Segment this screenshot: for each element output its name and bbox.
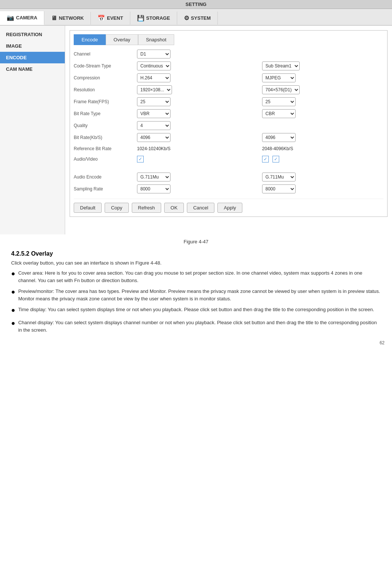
frame-rate-row: Frame Rate(FPS) 25 25 (74, 97, 383, 106)
nav-item-camera[interactable]: 📷 CAMERA (0, 11, 44, 25)
audio-checkbox-sub2[interactable]: ✓ (273, 156, 279, 162)
audio-encode-select[interactable]: G.711Mu (137, 173, 170, 181)
bit-rate-kbs-control[interactable]: 4096 (137, 133, 258, 142)
bit-rate-kbs-label: Bit Rate(Kb/S) (74, 133, 133, 142)
quality-row: Quality 4 (74, 121, 383, 130)
bullet-icon-3: ● (11, 305, 15, 315)
frame-rate-sub-control[interactable]: 25 (262, 97, 383, 106)
form-divider-1 (74, 166, 383, 170)
button-bar: Default Copy Refresh OK Cancel Apply (74, 199, 383, 213)
audio-encode-sub-select[interactable]: G.711Mu (262, 173, 296, 181)
event-icon: 📅 (98, 15, 105, 22)
frame-rate-select[interactable]: 25 (137, 97, 170, 106)
copy-button[interactable]: Copy (105, 203, 128, 213)
resolution-select[interactable]: 1920×108... (137, 85, 172, 94)
quality-select[interactable]: 4 (137, 121, 170, 130)
body-section: 4.2.5.2 Overlay Click overlay button, yo… (0, 250, 392, 334)
cancel-button[interactable]: Cancel (187, 203, 214, 213)
bullet-list: ● Cover area: Here is for you to cover a… (11, 269, 381, 334)
nav-item-storage[interactable]: 💾 STORAGE (130, 12, 177, 25)
resolution-row: Resolution 1920×108... 704×576(D1) (74, 85, 383, 94)
channel-label: Channel (74, 50, 133, 59)
section-heading: 4.2.5.2 Overlay (11, 250, 381, 257)
sampling-rate-sub-select[interactable]: 8000 (262, 184, 296, 193)
sidebar-item-image[interactable]: IMAGE (0, 40, 65, 52)
compression-label: Compression (74, 73, 133, 82)
nav-item-system[interactable]: ⚙ SYSTEM (177, 12, 218, 25)
nav-label-event: EVENT (107, 15, 123, 21)
bit-rate-type-select[interactable]: VBR (137, 109, 170, 118)
channel-control[interactable]: D1 (137, 50, 258, 59)
sampling-rate-select[interactable]: 8000 (137, 184, 170, 193)
list-item: ● Preview/monitor: The cover area has tw… (11, 288, 381, 302)
bullet-icon-1: ● (11, 269, 15, 279)
nav-item-event[interactable]: 📅 EVENT (91, 12, 130, 25)
channel-row: Channel D1 (74, 50, 383, 59)
code-stream-select[interactable]: Continuous (137, 61, 171, 70)
audio-encode-control[interactable]: G.711Mu (137, 173, 258, 181)
audio-video-sub-control[interactable]: ✓ ✓ (262, 155, 383, 163)
sampling-rate-control[interactable]: 8000 (137, 184, 258, 193)
audio-video-control[interactable]: ✓ (137, 155, 258, 163)
nav-bar: 📷 CAMERA 🖥 NETWORK 📅 EVENT 💾 STORAGE ⚙ S… (0, 9, 392, 26)
channel-select[interactable]: D1 (137, 50, 170, 59)
system-icon: ⚙ (184, 15, 189, 22)
sidebar-item-encode[interactable]: ENCODE (0, 52, 65, 63)
frame-rate-control[interactable]: 25 (137, 97, 258, 106)
setting-bar-label: SETTING (185, 1, 206, 7)
apply-button[interactable]: Apply (217, 203, 242, 213)
ref-bit-rate-label: Reference Bit Rate (74, 145, 133, 152)
bit-rate-type-sub-control[interactable]: CBR (262, 109, 383, 118)
compression-row: Compression H.264 MJPEG (74, 73, 383, 82)
code-stream-control[interactable]: Continuous (137, 61, 258, 70)
compression-select[interactable]: H.264 (137, 73, 170, 82)
encode-panel: Encode Overlay Snapshot Channel D1 (70, 30, 388, 217)
quality-sub (262, 121, 383, 130)
audio-encode-sub-control[interactable]: G.711Mu (262, 173, 383, 181)
bit-rate-kbs-select[interactable]: 4096 (137, 133, 170, 142)
ok-button[interactable]: OK (164, 203, 184, 213)
sidebar-item-registration[interactable]: REGISTRATION (0, 29, 65, 40)
resolution-control[interactable]: 1920×108... (137, 85, 258, 94)
default-button[interactable]: Default (74, 203, 102, 213)
resolution-label: Resolution (74, 85, 133, 94)
code-stream-sub-control[interactable]: Sub Stream1 (262, 61, 383, 70)
channel-sub (262, 50, 383, 59)
bullet-icon-4: ● (11, 318, 15, 328)
compression-sub-select[interactable]: MJPEG (262, 73, 296, 82)
sub-stream-select[interactable]: Sub Stream1 (262, 61, 300, 70)
sidebar: REGISTRATION IMAGE ENCODE CAM NAME (0, 26, 65, 234)
frame-rate-sub-select[interactable]: 25 (262, 97, 296, 106)
nav-label-system: SYSTEM (191, 15, 211, 21)
sidebar-item-cam-name[interactable]: CAM NAME (0, 63, 65, 75)
tab-snapshot[interactable]: Snapshot (138, 34, 174, 45)
bit-rate-type-row: Bit Rate Type VBR CBR (74, 109, 383, 118)
sampling-rate-sub-control[interactable]: 8000 (262, 184, 383, 193)
nav-label-network: NETWORK (59, 15, 84, 21)
compression-control[interactable]: H.264 (137, 73, 258, 82)
tab-encode[interactable]: Encode (74, 34, 106, 45)
bit-rate-kbs-sub-control[interactable]: 4096 (262, 133, 383, 142)
audio-video-checkbox[interactable]: ✓ (137, 156, 144, 162)
bit-rate-kbs-sub-select[interactable]: 4096 (262, 133, 296, 142)
bit-rate-type-control[interactable]: VBR (137, 109, 258, 118)
sampling-rate-row: Sampling Rate 8000 8000 (74, 184, 383, 193)
panel-tabs: Encode Overlay Snapshot (74, 34, 383, 45)
nav-item-network[interactable]: 🖥 NETWORK (44, 12, 91, 25)
ref-bit-rate-value: 1024-10240Kb/S (137, 145, 258, 152)
storage-icon: 💾 (137, 15, 144, 22)
section-intro: Click overlay button, you can see an int… (11, 260, 381, 266)
quality-control[interactable]: 4 (137, 121, 258, 130)
compression-sub-control[interactable]: MJPEG (262, 73, 383, 82)
refresh-button[interactable]: Refresh (132, 203, 162, 213)
page-number: 62 (0, 337, 392, 348)
bit-rate-kbs-row: Bit Rate(Kb/S) 4096 4096 (74, 133, 383, 142)
resolution-sub-select[interactable]: 704×576(D1) (262, 85, 300, 94)
resolution-sub-control[interactable]: 704×576(D1) (262, 85, 383, 94)
bit-rate-type-sub-select[interactable]: CBR (262, 109, 296, 118)
tab-overlay[interactable]: Overlay (106, 34, 138, 45)
main-panel: Encode Overlay Snapshot Channel D1 (65, 26, 392, 234)
list-item: ● Time display: You can select system di… (11, 306, 381, 315)
audio-checkbox-sub1[interactable]: ✓ (262, 156, 269, 162)
nav-label-camera: CAMERA (16, 15, 37, 20)
